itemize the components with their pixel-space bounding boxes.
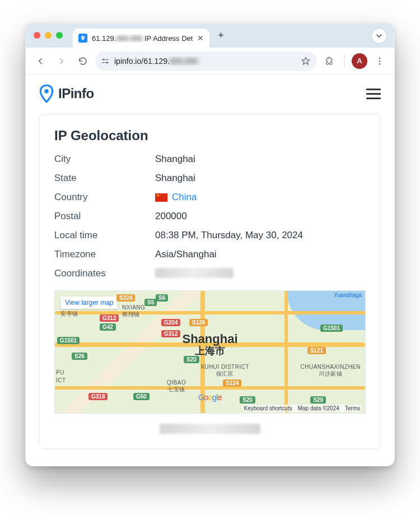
map-road [284,291,288,413]
tab-favicon [78,34,87,43]
road-shield: S121 [307,347,326,354]
map-district-label: PU [56,369,64,376]
map-city-label: Shanghai 上海市 [182,332,237,357]
road-shield: S5 [144,299,157,306]
toolbar-separator [344,55,345,67]
new-tab-button[interactable]: + [213,27,228,43]
reload-button[interactable] [74,52,92,70]
card-heading: IP Geolocation [54,128,366,143]
label-postal: Postal [54,211,155,222]
road-shield: S20 [240,396,255,404]
redacted-footer [160,424,260,434]
titlebar: 61.129.000.000 IP Address Det ✕ + [26,23,394,48]
close-window-button[interactable] [34,32,40,39]
svg-rect-2 [106,59,109,59]
browser-tab[interactable]: 61.129.000.000 IP Address Det ✕ [73,29,209,48]
svg-point-9 [379,63,381,64]
logo-text: IPinfo [58,86,94,101]
road-shield: G42 [100,323,116,331]
value-city: Shanghai [155,154,366,165]
geo-rows: City Shanghai State Shanghai Country Chi… [54,154,366,279]
browser-window: 61.129.000.000 IP Address Det ✕ + ipinfo… [25,22,395,466]
map-data-attribution: Map data ©2024 [298,405,339,411]
value-state: Shanghai [155,173,366,184]
road-shield: G1501 [57,337,80,344]
redacted-coordinates [155,268,234,278]
map-district-label: CHUANSHAXINZHEN川沙新镇 [300,364,361,378]
label-localtime: Local time [54,230,155,241]
extensions-button[interactable] [320,52,338,70]
bookmark-star-icon[interactable] [301,56,311,66]
svg-point-5 [103,58,105,60]
value-postal: 200000 [155,211,366,222]
value-timezone: Asia/Shanghai [155,249,366,260]
label-country: Country [54,192,155,203]
browser-toolbar: ipinfo.io/61.129.000.000 A [26,48,394,75]
geolocation-card: IP Geolocation City Shanghai State Shang… [39,114,381,449]
road-shield: G318 [88,393,108,400]
page-content: IPinfo IP Geolocation City Shanghai Stat… [26,75,394,466]
url-text: ipinfo.io/61.129.000.000 [114,57,296,66]
label-state: State [54,173,155,184]
google-logo: Google [198,393,222,402]
svg-point-6 [106,62,108,63]
road-shield: S126 [189,319,208,326]
road-shield: S6 [156,294,168,302]
svg-point-10 [44,89,48,93]
map-terms-link[interactable]: Terms [345,405,360,411]
map-keyboard-shortcuts-link[interactable]: Keyboard shortcuts [244,405,292,411]
svg-point-0 [82,37,83,38]
map-district-label: XUHUI DISTRICT徐汇区 [200,364,249,378]
site-settings-icon[interactable] [101,57,110,66]
map-road [55,386,365,390]
map-district-label: NXIANG南翔镇 [122,304,145,318]
road-shield: G50 [133,393,150,400]
view-larger-map-button[interactable]: View larger map [60,297,118,309]
back-button[interactable] [31,52,49,70]
map-district-label: ICT [56,377,66,383]
map[interactable]: Yuanshaga View larger map S224 S6 S5 G42… [54,290,366,414]
logo-pin-icon [39,85,54,103]
road-shield: S124 [223,379,241,387]
address-bar[interactable]: ipinfo.io/61.129.000.000 [95,52,316,71]
site-header: IPinfo [39,85,381,103]
road-shield: S224 [116,294,135,302]
window-controls [34,32,63,39]
maximize-window-button[interactable] [56,32,63,39]
label-city: City [54,154,155,165]
map-place-label: Yuanshaga [334,292,362,298]
map-district-label: 安亭镇 [60,310,78,318]
svg-point-7 [379,57,381,59]
value-country: China [155,192,366,203]
country-link[interactable]: China [172,192,197,203]
road-shield: S26 [72,353,87,360]
close-tab-button[interactable]: ✕ [197,34,204,43]
label-coordinates: Coordinates [54,268,155,279]
tabs-menu-button[interactable] [372,29,386,43]
overflow-menu-button[interactable] [371,52,389,70]
profile-avatar[interactable]: A [352,53,367,69]
label-timezone: Timezone [54,249,155,260]
value-coordinates [155,268,366,279]
road-shield: S20 [310,396,326,404]
map-footer: Keyboard shortcuts Map data ©2024 Terms [242,405,362,412]
road-shield: G1501 [320,325,343,332]
svg-point-8 [379,60,381,62]
forward-button[interactable] [53,52,71,70]
tab-title: 61.129.000.000 IP Address Det [92,34,193,43]
minimize-window-button[interactable] [45,32,52,39]
flag-china-icon [155,193,167,202]
road-shield: G204 [161,319,180,326]
svg-rect-3 [102,62,105,63]
road-shield: G312 [161,330,180,337]
road-shield: G312 [100,314,119,322]
site-logo[interactable]: IPinfo [39,85,94,103]
value-localtime: 08:38 PM, Thursday, May 30, 2024 [155,230,366,241]
menu-button[interactable] [366,89,381,99]
map-district-label: QIBAO七宝镇 [167,379,186,393]
